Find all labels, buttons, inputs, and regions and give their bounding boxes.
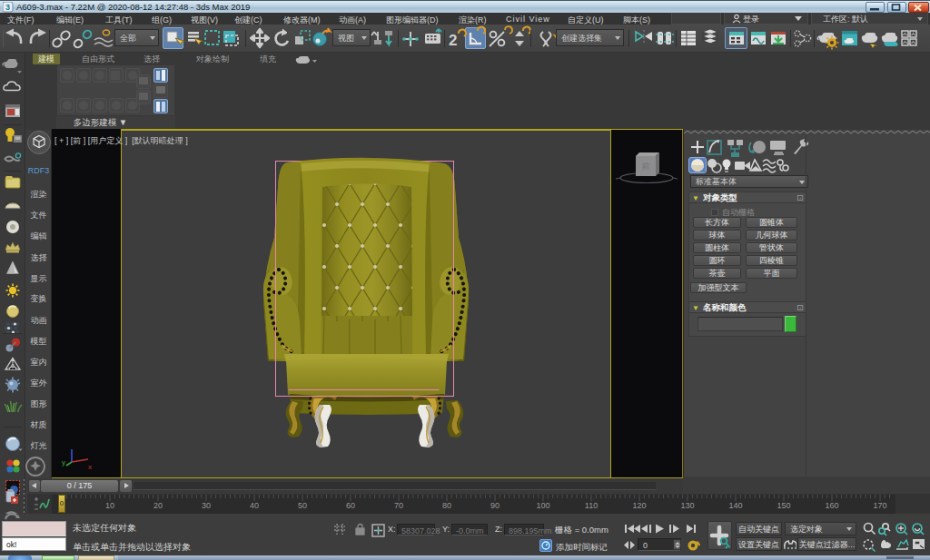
svg-text:y: y	[62, 458, 65, 467]
svg-text:30: 30	[202, 501, 211, 510]
svg-text:60: 60	[346, 501, 355, 510]
svg-text:90: 90	[490, 501, 500, 510]
svg-text:20: 20	[153, 501, 163, 510]
svg-text:150: 150	[777, 501, 790, 510]
svg-text:120: 120	[632, 501, 646, 510]
svg-text:40: 40	[250, 501, 259, 510]
svg-text:2: 2	[449, 32, 457, 49]
svg-text:140: 140	[728, 501, 742, 510]
svg-text:110: 110	[585, 501, 598, 510]
svg-text:70: 70	[394, 501, 403, 510]
svg-text:170: 170	[873, 501, 886, 510]
svg-text:3: 3	[5, 3, 10, 12]
svg-text:前: 前	[642, 162, 650, 171]
svg-text:160: 160	[825, 501, 838, 510]
svg-text:50: 50	[298, 501, 307, 510]
svg-text:100: 100	[536, 501, 549, 510]
svg-text:130: 130	[680, 501, 694, 510]
svg-text:x: x	[88, 463, 92, 471]
svg-text:10: 10	[105, 501, 114, 510]
svg-text:80: 80	[442, 501, 451, 510]
